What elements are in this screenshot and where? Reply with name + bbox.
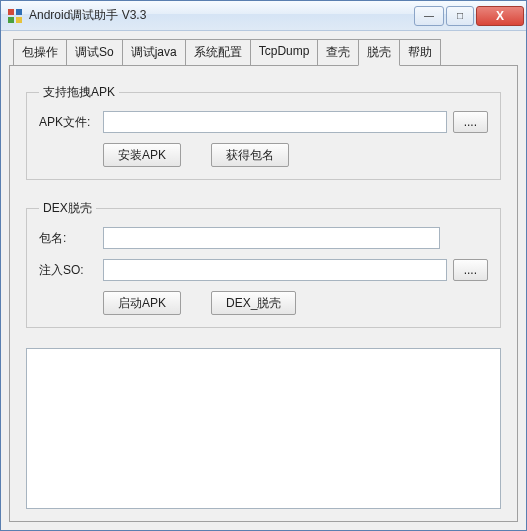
so-browse-button[interactable]: .... xyxy=(453,259,488,281)
pkg-name-input[interactable] xyxy=(103,227,440,249)
titlebar: Android调试助手 V3.3 — □ X xyxy=(1,1,526,31)
close-button[interactable]: X xyxy=(476,6,524,26)
output-content xyxy=(27,349,500,509)
svg-rect-0 xyxy=(8,9,14,15)
install-apk-button[interactable]: 安装APK xyxy=(103,143,181,167)
tab-package[interactable]: 包操作 xyxy=(13,39,67,65)
svg-rect-2 xyxy=(8,17,14,23)
apk-file-input[interactable] xyxy=(103,111,447,133)
svg-rect-3 xyxy=(16,17,22,23)
tab-debug-so[interactable]: 调试So xyxy=(66,39,123,65)
apk-browse-button[interactable]: .... xyxy=(453,111,488,133)
maximize-button[interactable]: □ xyxy=(446,6,474,26)
apk-file-label: APK文件: xyxy=(39,114,97,131)
tab-help[interactable]: 帮助 xyxy=(399,39,441,65)
app-icon xyxy=(7,8,23,24)
app-window: Android调试助手 V3.3 — □ X 包操作 调试So 调试java 系… xyxy=(0,0,527,531)
inject-so-label: 注入SO: xyxy=(39,262,97,279)
minimize-button[interactable]: — xyxy=(414,6,444,26)
minimize-icon: — xyxy=(424,10,434,21)
group-dex-legend: DEX脱壳 xyxy=(39,200,96,217)
tab-tcpdump[interactable]: TcpDump xyxy=(250,39,319,65)
inject-so-input[interactable] xyxy=(103,259,447,281)
maximize-icon: □ xyxy=(457,10,463,21)
tab-panel-unshell: 支持拖拽APK APK文件: .... 安装APK 获得包名 DEX脱壳 包名: xyxy=(9,65,518,522)
tab-sysconfig[interactable]: 系统配置 xyxy=(185,39,251,65)
get-package-name-button[interactable]: 获得包名 xyxy=(211,143,289,167)
client-area: 包操作 调试So 调试java 系统配置 TcpDump 查壳 脱壳 帮助 支持… xyxy=(1,31,526,530)
group-apk-drag: 支持拖拽APK APK文件: .... 安装APK 获得包名 xyxy=(26,84,501,180)
svg-rect-1 xyxy=(16,9,22,15)
dex-unshell-button[interactable]: DEX_脱壳 xyxy=(211,291,296,315)
tab-check-shell[interactable]: 查壳 xyxy=(317,39,359,65)
window-title: Android调试助手 V3.3 xyxy=(29,7,414,24)
pkg-name-label: 包名: xyxy=(39,230,97,247)
tab-bar: 包操作 调试So 调试java 系统配置 TcpDump 查壳 脱壳 帮助 xyxy=(9,39,518,65)
window-controls: — □ X xyxy=(414,6,524,26)
group-apk-legend: 支持拖拽APK xyxy=(39,84,119,101)
group-dex-unshell: DEX脱壳 包名: 注入SO: .... 启动APK DEX_脱壳 xyxy=(26,200,501,328)
tab-debug-java[interactable]: 调试java xyxy=(122,39,186,65)
launch-apk-button[interactable]: 启动APK xyxy=(103,291,181,315)
output-textarea[interactable] xyxy=(26,348,501,509)
close-icon: X xyxy=(496,9,504,23)
tab-unshell[interactable]: 脱壳 xyxy=(358,39,400,66)
